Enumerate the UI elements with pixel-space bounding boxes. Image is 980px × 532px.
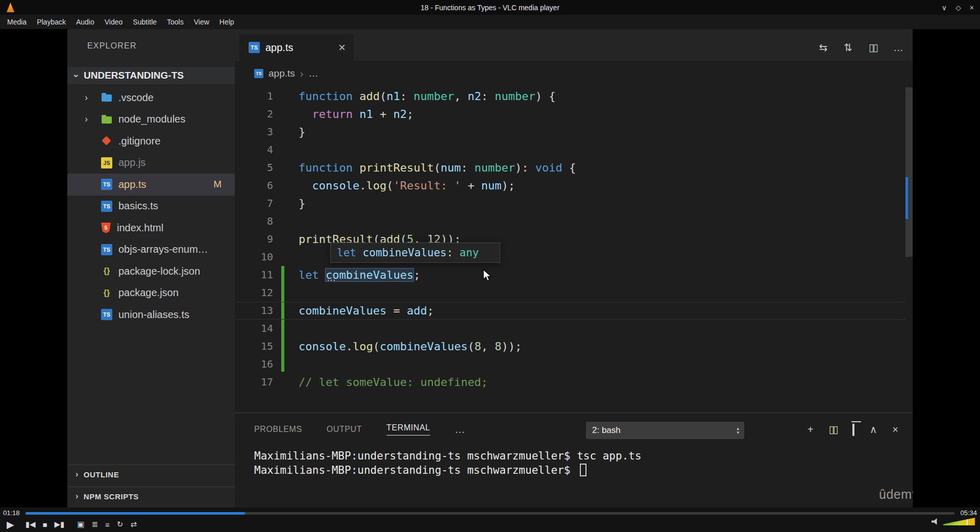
line-content: // let someValue: undefined;: [299, 373, 488, 391]
file-label: .vscode: [118, 92, 154, 104]
vlc-controls: ▶▮◀■▶▮▣≣≡↻⇄: [3, 518, 140, 531]
panel-tabs: PROBLEMSOUTPUTTERMINAL…: [254, 413, 465, 446]
code-line-8[interactable]: 8: [235, 212, 905, 230]
breadcrumb-more[interactable]: …: [308, 68, 318, 79]
maximize-panel-icon[interactable]: ∧: [870, 423, 877, 436]
file-label: app.js: [118, 157, 145, 168]
ts-icon: TS: [101, 244, 112, 255]
file-item--gitignore[interactable]: .gitignore: [67, 130, 235, 152]
random-button[interactable]: ⇄: [130, 520, 137, 529]
code-line-17[interactable]: 17// let someValue: undefined;: [235, 373, 905, 391]
code-line-7[interactable]: 7}: [235, 195, 905, 212]
code-line-3[interactable]: 3}: [235, 123, 905, 141]
panel-tab-terminal[interactable]: TERMINAL: [386, 423, 430, 436]
menu-help[interactable]: Help: [214, 18, 239, 26]
menu-audio[interactable]: Audio: [71, 18, 100, 26]
open-changes-icon[interactable]: ⇆: [819, 41, 827, 54]
menu-subtitle[interactable]: Subtitle: [128, 18, 162, 26]
next-button[interactable]: ▶▮: [54, 520, 64, 529]
file-label: .gitignore: [118, 135, 160, 147]
hover-tooltip: let combineValues: any: [330, 243, 500, 263]
volume-control[interactable]: 105%: [932, 518, 975, 525]
code-line-16[interactable]: 16: [235, 355, 905, 373]
line-number: 14: [235, 320, 273, 337]
file-item-basics-ts[interactable]: TSbasics.ts: [67, 196, 235, 217]
previous-button[interactable]: ▮◀: [26, 520, 36, 529]
stop-button[interactable]: ■: [42, 520, 47, 529]
terminal-shell-select[interactable]: 2: bash ▴▾: [586, 422, 744, 439]
extended-settings-button[interactable]: ≣: [91, 520, 98, 529]
file-item-package-lock-json[interactable]: {}package-lock.json: [67, 260, 235, 282]
new-terminal-icon[interactable]: +: [807, 424, 814, 436]
volume-slider[interactable]: 105%: [943, 518, 975, 525]
git-compare-icon[interactable]: ⇅: [844, 41, 852, 54]
menu-playback[interactable]: Playback: [32, 18, 71, 26]
playlist-button[interactable]: ≡: [105, 520, 110, 529]
tab-app-ts[interactable]: TS app.ts ×: [239, 34, 354, 61]
menu-video[interactable]: Video: [100, 18, 128, 26]
minimize-icon[interactable]: ∨: [942, 4, 947, 12]
menu-view[interactable]: View: [189, 18, 214, 26]
code-line-6[interactable]: 6 console.log('Result: ' + num);: [235, 177, 905, 195]
file-item-package-json[interactable]: {}package.json: [67, 282, 235, 304]
more-actions-icon[interactable]: …: [893, 42, 903, 54]
explorer-root-folder[interactable]: › UNDERSTANDING-TS: [67, 67, 235, 84]
breadcrumb-file[interactable]: app.ts: [268, 68, 295, 79]
loop-button[interactable]: ↻: [117, 520, 124, 529]
file-item-app-ts[interactable]: TSapp.tsM: [67, 174, 235, 196]
split-editor-icon[interactable]: ▯▯: [869, 41, 877, 54]
file-label: basics.ts: [118, 200, 158, 212]
bottom-panel: PROBLEMSOUTPUTTERMINAL… 2: bash ▴▾ +▯▯∧×…: [235, 413, 913, 507]
panel-tab-problems[interactable]: PROBLEMS: [254, 425, 302, 434]
maximize-icon[interactable]: ◇: [955, 4, 961, 12]
sidebar-section-npm-scripts[interactable]: ›NPM SCRIPTS: [67, 487, 235, 505]
file-item-index-html[interactable]: 5index.html: [67, 217, 235, 239]
line-content: }: [299, 195, 305, 212]
file-item-node-modules[interactable]: ›node_modules: [67, 109, 235, 131]
code-line-1[interactable]: 1function add(n1: number, n2: number) {: [235, 87, 905, 105]
time-total: 05:34: [960, 509, 977, 517]
file-item-objs-arrays-enum-[interactable]: TSobjs-arrays-enum…: [67, 239, 235, 261]
tab-label: app.ts: [265, 42, 293, 54]
code-line-12[interactable]: 12: [235, 284, 905, 302]
close-icon[interactable]: ×: [970, 4, 974, 12]
ts-icon: TS: [101, 201, 112, 212]
terminal-output[interactable]: Maximilians-MBP:understanding-ts mschwar…: [254, 449, 642, 477]
editor-tab-bar: TS app.ts × ⇆⇅▯▯…: [235, 29, 913, 61]
code-line-13[interactable]: 13combineValues = add;: [235, 302, 905, 320]
line-content: return n1 + n2;: [299, 105, 413, 123]
code-line-4[interactable]: 4: [235, 141, 905, 159]
kill-terminal-icon[interactable]: [852, 424, 854, 436]
file-label: package.json: [118, 287, 179, 299]
split-terminal-icon[interactable]: ▯▯: [829, 423, 837, 436]
menu-media[interactable]: Media: [2, 18, 32, 26]
file-item--vscode[interactable]: ›.vscode: [67, 87, 235, 109]
editor-scrollbar[interactable]: [905, 87, 913, 257]
json-icon: {}: [101, 287, 112, 299]
code-lines[interactable]: 1function add(n1: number, n2: number) {2…: [235, 87, 905, 391]
breadcrumb[interactable]: TS app.ts › …: [235, 61, 913, 86]
explorer-header: EXPLORER: [87, 41, 137, 51]
code-line-14[interactable]: 14: [235, 320, 905, 337]
close-tab-icon[interactable]: ×: [338, 40, 346, 55]
video-stage[interactable]: EXPLORER › UNDERSTANDING-TS ›.vscode›nod…: [0, 29, 980, 507]
code-line-15[interactable]: 15console.log(combineValues(8, 8));: [235, 337, 905, 355]
line-content: function printResult(num: number): void …: [299, 159, 576, 177]
close-panel-icon[interactable]: ×: [892, 424, 898, 436]
window-controls: ∨◇×: [942, 0, 974, 15]
play-button[interactable]: ▶: [7, 519, 14, 530]
code-line-5[interactable]: 5function printResult(num: number): void…: [235, 159, 905, 177]
line-number: 16: [235, 355, 273, 373]
menu-tools[interactable]: Tools: [162, 18, 189, 26]
file-item-union-aliases-ts[interactable]: TSunion-aliases.ts: [67, 304, 235, 326]
panel-more-icon[interactable]: …: [455, 424, 465, 436]
line-number: 7: [235, 195, 273, 212]
line-number: 4: [235, 141, 273, 159]
file-item-app-js[interactable]: JSapp.js: [67, 152, 235, 174]
sidebar-section-outline[interactable]: ›OUTLINE: [67, 465, 235, 483]
code-line-2[interactable]: 2 return n1 + n2;: [235, 105, 905, 123]
fullscreen-button[interactable]: ▣: [77, 520, 84, 529]
vlc-menubar: MediaPlaybackAudioVideoSubtitleToolsView…: [0, 15, 980, 29]
seek-bar[interactable]: [26, 512, 954, 515]
panel-tab-output[interactable]: OUTPUT: [327, 425, 362, 434]
